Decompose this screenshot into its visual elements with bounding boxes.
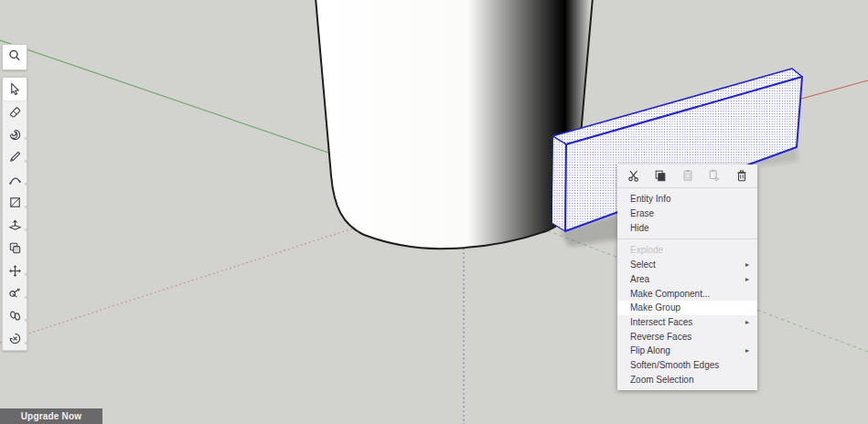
orbit-icon bbox=[8, 309, 22, 323]
slab-left-cap[interactable] bbox=[552, 136, 566, 231]
search-icon bbox=[7, 48, 22, 67]
menu-item-intersect-faces[interactable]: Intersect Faces ▸ bbox=[617, 315, 757, 330]
menu-item-label: Intersect Faces bbox=[630, 317, 692, 327]
menu-item-erase[interactable]: Erase bbox=[617, 207, 757, 221]
tool-pencil[interactable]: › bbox=[3, 145, 27, 168]
menu-item-label: Soften/Smooth Edges bbox=[630, 360, 719, 370]
upgrade-now-label: Upgrade Now bbox=[21, 411, 82, 421]
tool-select[interactable] bbox=[3, 78, 27, 101]
push-pull-icon bbox=[8, 218, 22, 232]
delete-button[interactable] bbox=[734, 169, 748, 183]
submenu-arrow-icon: ▸ bbox=[745, 275, 749, 283]
paste-in-place-button[interactable] bbox=[708, 169, 722, 183]
menu-item-label: Explode bbox=[630, 245, 663, 255]
select-arrow-icon bbox=[8, 82, 22, 96]
search-tool-button[interactable] bbox=[2, 44, 27, 70]
flyout-chevron: › bbox=[25, 317, 27, 323]
eraser-icon bbox=[8, 105, 22, 119]
menu-item-zoom-selection[interactable]: Zoom Selection bbox=[617, 372, 757, 387]
sketchup-web-app: { "ui": { "submenu_arrow": "\u25b8", "fl… bbox=[0, 0, 868, 424]
flyout-chevron: › bbox=[25, 271, 27, 278]
pencil-icon bbox=[8, 150, 22, 164]
submenu-arrow-icon: ▸ bbox=[745, 260, 749, 269]
upgrade-now-button[interactable]: Upgrade Now bbox=[0, 408, 102, 424]
tool-tape-measure[interactable]: › bbox=[3, 281, 27, 304]
tool-palette: › › › › bbox=[2, 77, 27, 351]
context-menu-iconbar bbox=[617, 164, 757, 186]
menu-separator bbox=[617, 187, 757, 188]
menu-item-select[interactable]: Select ▸ bbox=[617, 258, 757, 272]
flyout-chevron: › bbox=[25, 340, 27, 346]
tool-rectangle[interactable]: › bbox=[3, 191, 27, 214]
menu-item-label: Entity Info bbox=[630, 194, 670, 204]
menu-item-label: Zoom Selection bbox=[630, 375, 693, 385]
tool-move[interactable]: › bbox=[3, 260, 27, 282]
paste-button[interactable] bbox=[680, 169, 694, 183]
tool-arc[interactable]: › bbox=[3, 168, 27, 191]
menu-item-label: Hide bbox=[630, 223, 649, 233]
menu-item-label: Erase bbox=[630, 208, 654, 218]
menu-item-label: Make Component... bbox=[630, 289, 710, 299]
menu-item-label: Make Group bbox=[630, 302, 680, 313]
tool-paint-bucket[interactable]: › bbox=[3, 123, 27, 146]
flyout-chevron: › bbox=[25, 227, 27, 233]
arc-icon bbox=[8, 173, 22, 186]
submenu-arrow-icon: ▸ bbox=[745, 318, 749, 326]
tool-pan[interactable]: › bbox=[3, 327, 27, 350]
menu-item-soften-smooth-edges[interactable]: Soften/Smooth Edges bbox=[617, 358, 757, 373]
menu-item-label: Area bbox=[630, 274, 649, 284]
tool-offset[interactable] bbox=[3, 237, 27, 260]
move-icon bbox=[8, 264, 22, 278]
menu-item-entity-info[interactable]: Entity Info bbox=[617, 192, 757, 207]
paint-bucket-icon bbox=[8, 128, 22, 142]
submenu-arrow-icon: ▸ bbox=[745, 346, 749, 355]
menu-item-flip-along[interactable]: Flip Along ▸ bbox=[617, 344, 757, 358]
flyout-chevron: › bbox=[25, 135, 27, 142]
menu-item-label: Reverse Faces bbox=[630, 332, 691, 342]
flyout-chevron: › bbox=[25, 204, 27, 210]
menu-item-label: Select bbox=[630, 260, 656, 270]
copy-button[interactable] bbox=[654, 169, 668, 183]
rectangle-icon bbox=[8, 196, 22, 209]
context-menu: Entity Info Erase Hide Explode Select ▸ … bbox=[617, 164, 757, 390]
menu-item-make-group[interactable]: Make Group bbox=[617, 301, 757, 315]
flyout-chevron: › bbox=[25, 181, 27, 187]
slab-back-edge bbox=[552, 136, 552, 223]
tape-measure-icon bbox=[8, 286, 22, 300]
tool-push-pull[interactable]: › bbox=[3, 214, 27, 237]
context-menu-items: Entity Info Erase Hide Explode Select ▸ … bbox=[617, 189, 757, 390]
flyout-chevron: › bbox=[25, 294, 27, 301]
menu-item-reverse-faces[interactable]: Reverse Faces bbox=[617, 329, 757, 344]
cut-button[interactable] bbox=[627, 169, 640, 183]
menu-item-label: Flip Along bbox=[630, 345, 670, 355]
menu-item-make-component[interactable]: Make Component... bbox=[617, 286, 757, 301]
menu-item-area[interactable]: Area ▸ bbox=[617, 272, 757, 287]
menu-item-hide[interactable]: Hide bbox=[617, 220, 757, 235]
flyout-chevron: › bbox=[25, 158, 27, 164]
offset-icon bbox=[8, 241, 22, 255]
menu-item-explode: Explode bbox=[617, 243, 757, 258]
pan-icon bbox=[8, 332, 22, 345]
menu-separator bbox=[617, 235, 757, 243]
tool-orbit[interactable]: › bbox=[3, 304, 27, 327]
tool-eraser[interactable] bbox=[3, 101, 27, 123]
